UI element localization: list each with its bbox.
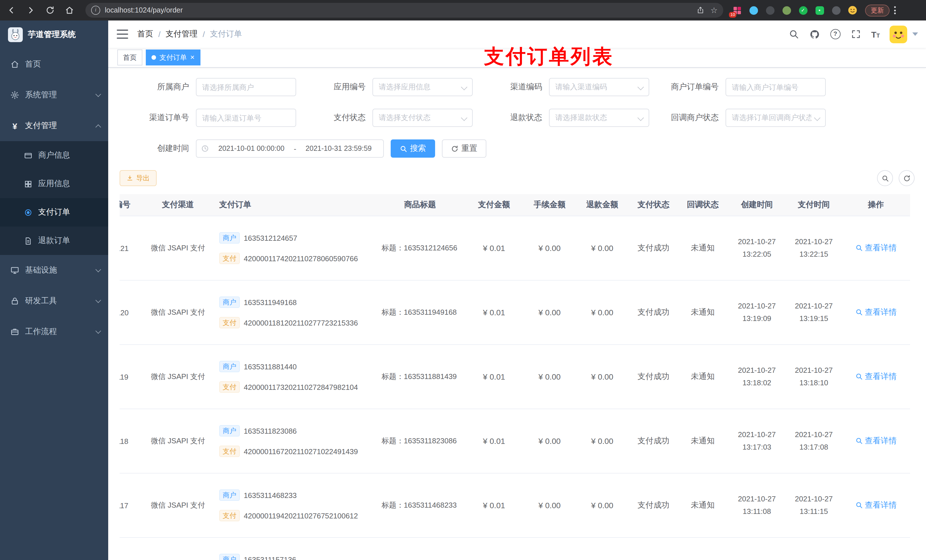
table-row: 119 微信 JSAPI 支付 商户1635311881440 支付420000…: [120, 344, 910, 409]
table-row: 117 微信 JSAPI 支付 商户1635311468233 支付420000…: [120, 473, 910, 537]
tab-pay-order[interactable]: 支付订单 ×: [146, 50, 200, 65]
help-icon[interactable]: ?: [830, 29, 840, 39]
search-icon: [855, 245, 862, 252]
product-title: 标题：1635311468233: [376, 473, 464, 537]
extension-grid-icon[interactable]: 10: [731, 5, 743, 16]
callback-status: 未通知: [678, 280, 728, 344]
search-icon[interactable]: [788, 29, 799, 40]
reload-icon[interactable]: [42, 2, 58, 18]
col-create-time: 创建时间: [728, 194, 786, 216]
back-icon[interactable]: [3, 2, 20, 18]
callback-status-select[interactable]: 请选择订单回调商户状态: [726, 109, 826, 127]
sidebar-item-app-info[interactable]: 应用信息: [0, 170, 108, 198]
main-area: 首页 / 支付管理 / 支付订单 ? TT 支付订单列表 首页: [108, 21, 926, 560]
view-detail-link[interactable]: 查看详情: [855, 243, 897, 253]
sidebar-item-home[interactable]: 首页: [0, 49, 108, 80]
pay-time: 2021-10-2713:22:15: [786, 216, 842, 280]
sidebar-item-label: 研发工具: [25, 296, 91, 306]
order-id: 119: [120, 344, 142, 409]
tab-home[interactable]: 首页: [117, 50, 142, 65]
refund-status-select[interactable]: 请选择退款状态: [549, 109, 649, 127]
sidebar-item-label: 支付订单: [38, 207, 70, 217]
app-select[interactable]: 请选择应用信息: [372, 78, 473, 96]
field-label: 商户订单编号: [649, 82, 726, 92]
sidebar-item-infra[interactable]: 基础设施: [0, 255, 108, 286]
create-time: 2021-10-2713:19:09: [728, 280, 786, 344]
chevron-down-icon: [637, 115, 644, 121]
sidebar-item-payment[interactable]: ¥ 支付管理: [0, 110, 108, 141]
table-header-row: 编号 支付渠道 支付订单 商品标题 支付金额 手续金额 退款金额 支付状态 回调…: [120, 194, 910, 216]
star-icon[interactable]: ☆: [710, 6, 717, 15]
share-icon[interactable]: [697, 6, 705, 14]
filter-merchant-order-no: 商户订单编号: [649, 78, 826, 96]
home-icon[interactable]: [62, 2, 77, 18]
field-label: 支付状态: [296, 113, 372, 123]
extension-chat-icon[interactable]: ▪: [814, 5, 825, 16]
extension-smiley-icon[interactable]: [847, 5, 858, 16]
export-button[interactable]: 导出: [120, 170, 157, 186]
info-icon[interactable]: i: [91, 6, 100, 15]
view-detail-link[interactable]: 查看详情: [855, 500, 897, 510]
github-icon[interactable]: [809, 29, 820, 40]
kebab-menu-icon[interactable]: [894, 6, 896, 14]
gear-icon: [10, 91, 20, 100]
breadcrumb-home[interactable]: 首页: [137, 29, 153, 39]
pay-channel: 微信 JSAPI 支付: [142, 216, 213, 280]
callback-status: 未通知: [678, 344, 728, 409]
sidebar-item-workflow[interactable]: 工作流程: [0, 316, 108, 347]
table-row: 121 微信 JSAPI 支付 商户1635312124657 支付420000…: [120, 216, 910, 280]
caret-down-icon[interactable]: [912, 32, 918, 36]
search-button[interactable]: 搜索: [391, 139, 435, 158]
view-detail-link[interactable]: 查看详情: [855, 436, 897, 446]
toggle-search-button[interactable]: [877, 170, 893, 186]
extension-pin-icon[interactable]: [830, 5, 842, 16]
channel-code-select[interactable]: 请输入渠道编码: [549, 78, 649, 96]
pay-time: 2021-10-2713:11:15: [786, 473, 842, 537]
app-logo[interactable]: 芋道管理系统: [0, 21, 108, 49]
grid-icon: [24, 180, 32, 188]
extension-dark-icon[interactable]: [764, 5, 776, 16]
extension-drop-icon[interactable]: [748, 5, 759, 16]
refresh-button[interactable]: [899, 170, 915, 186]
merchant-select[interactable]: [196, 78, 296, 96]
search-icon: [855, 373, 862, 380]
tab-label: 支付订单: [159, 53, 187, 62]
sidebar-item-refund-order[interactable]: 退款订单: [0, 226, 108, 255]
sidebar-item-system[interactable]: 系统管理: [0, 80, 108, 110]
extension-check-icon[interactable]: ✓: [797, 5, 809, 16]
avatar[interactable]: [890, 25, 907, 43]
fee-amount: ¥ 0.00: [524, 216, 575, 280]
reset-button[interactable]: 重置: [442, 139, 486, 158]
create-time: 2021-10-2713:11:08: [728, 473, 786, 537]
callback-status: 未通知: [678, 473, 728, 537]
range-end: 2021-10-31 23:59:59: [298, 145, 379, 152]
channel-order-no-input[interactable]: [196, 109, 296, 127]
extension-green-icon[interactable]: [781, 5, 792, 16]
view-detail-link[interactable]: 查看详情: [855, 307, 897, 318]
callback-status: 未通知: [678, 216, 728, 280]
url-bar[interactable]: i localhost:1024/pay/order ☆: [85, 3, 723, 18]
filter-callback-status: 回调商户状态 请选择订单回调商户状态: [649, 109, 826, 127]
pay-status-select[interactable]: 请选择支付状态: [372, 109, 473, 127]
update-button[interactable]: 更新: [865, 4, 890, 16]
table-row: 商户1635311157136: [120, 537, 910, 560]
order-id: 120: [120, 280, 142, 344]
forward-icon[interactable]: [23, 2, 39, 18]
sidebar-item-devtools[interactable]: 研发工具: [0, 286, 108, 316]
page-content: 所属商户 应用编号 请选择应用信息 渠道编码 请输入渠道编码 商户订单编号: [108, 68, 926, 560]
pay-time: 2021-10-2713:18:10: [786, 344, 842, 409]
field-label: 所属商户: [120, 82, 196, 92]
sidebar-toggle-icon[interactable]: [117, 30, 128, 39]
font-size-icon[interactable]: TT: [871, 29, 880, 39]
fullscreen-icon[interactable]: [850, 29, 861, 40]
view-detail-link[interactable]: 查看详情: [855, 371, 897, 382]
close-icon[interactable]: ×: [190, 54, 195, 61]
sidebar-item-merchant-info[interactable]: 商户信息: [0, 141, 108, 170]
actions-cell: 查看详情: [842, 280, 910, 344]
pay-order-cell: 商户1635311157136: [213, 537, 376, 560]
merchant-order-no-input[interactable]: [726, 78, 826, 96]
sidebar-item-label: 首页: [25, 59, 100, 69]
sidebar-item-label: 支付管理: [25, 121, 91, 131]
create-time-range[interactable]: 2021-10-01 00:00:00 - 2021-10-31 23:59:5…: [196, 139, 384, 158]
sidebar-item-pay-order[interactable]: 支付订单: [0, 198, 108, 226]
